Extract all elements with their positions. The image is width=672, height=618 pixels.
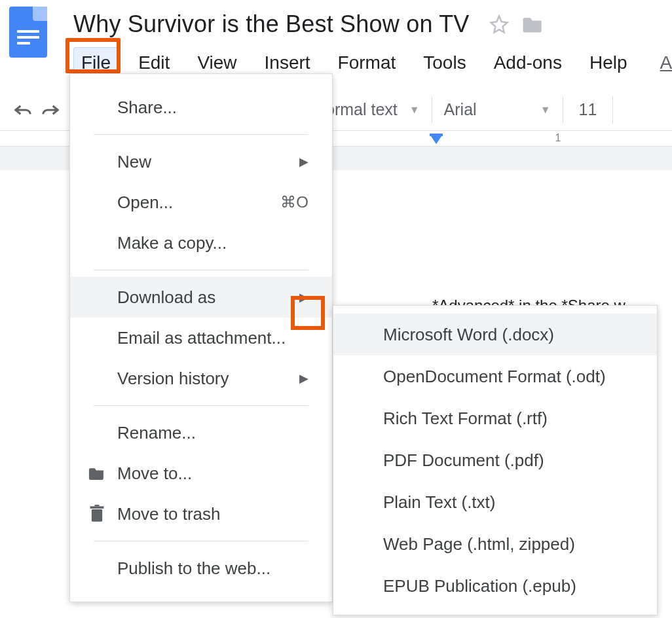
menu-item-label: Share... — [117, 98, 177, 118]
indent-marker-icon[interactable] — [429, 134, 443, 145]
submenu-item-pdf[interactable]: PDF Document (.pdf) — [333, 439, 657, 481]
svg-rect-2 — [90, 506, 104, 509]
folder-icon — [87, 466, 107, 481]
menu-item-label: Version history — [117, 369, 229, 389]
menu-item-label: Move to trash — [117, 504, 221, 524]
document-title[interactable]: Why Survivor is the Best Show on TV — [73, 10, 470, 38]
move-folder-icon[interactable] — [522, 15, 544, 33]
menu-item-publish[interactable]: Publish to the web... — [70, 548, 332, 589]
menu-item-move-to-trash[interactable]: Move to trash — [70, 494, 332, 534]
separator — [94, 405, 308, 406]
menu-item-label: Plain Text (.txt) — [383, 492, 495, 513]
docs-logo-icon[interactable] — [9, 7, 47, 58]
svg-rect-1 — [92, 509, 102, 522]
file-menu-dropdown: Share... New ▶ Open... ⌘O Make a copy...… — [69, 73, 333, 602]
document-title-row: Why Survivor is the Best Show on TV — [73, 10, 672, 38]
chevron-down-icon: ▼ — [409, 104, 420, 116]
undo-button[interactable] — [9, 102, 37, 118]
submenu-item-odt[interactable]: OpenDocument Format (.odt) — [333, 355, 657, 397]
menu-item-label: Download as — [117, 287, 215, 308]
chevron-right-icon: ▶ — [299, 154, 308, 169]
redo-button[interactable] — [37, 102, 64, 118]
menu-item-label: Microsoft Word (.docx) — [383, 325, 554, 345]
menu-tools[interactable]: Tools — [415, 47, 474, 79]
saved-status-link[interactable]: All chang — [660, 52, 672, 73]
font-size-value: 11 — [579, 100, 597, 119]
menu-item-version-history[interactable]: Version history ▶ — [70, 358, 332, 399]
menu-item-new[interactable]: New ▶ — [70, 141, 332, 182]
paragraph-style-label: ormal text — [326, 100, 398, 119]
keyboard-shortcut: ⌘O — [280, 193, 308, 211]
menu-item-label: Web Page (.html, zipped) — [383, 534, 575, 554]
menu-item-move-to[interactable]: Move to... — [70, 453, 332, 494]
submenu-item-html[interactable]: Web Page (.html, zipped) — [333, 523, 657, 565]
separator — [94, 541, 308, 541]
chevron-right-icon: ▶ — [299, 290, 308, 304]
download-as-submenu: Microsoft Word (.docx) OpenDocument Form… — [333, 305, 658, 615]
menu-item-label: Rename... — [117, 423, 196, 443]
chevron-down-icon: ▼ — [540, 104, 551, 116]
svg-rect-3 — [95, 505, 100, 506]
menu-item-label: Move to... — [117, 464, 192, 484]
menu-item-label: New — [117, 152, 151, 172]
submenu-item-rtf[interactable]: Rich Text Format (.rtf) — [333, 397, 657, 439]
submenu-item-docx[interactable]: Microsoft Word (.docx) — [333, 314, 657, 355]
chevron-right-icon: ▶ — [299, 371, 308, 386]
menu-item-download-as[interactable]: Download as ▶ — [70, 277, 332, 318]
font-label: Arial — [444, 100, 477, 119]
title-bar: Why Survivor is the Best Show on TV File… — [0, 0, 672, 79]
menu-item-share[interactable]: Share... — [70, 87, 332, 128]
menu-help[interactable]: Help — [582, 47, 635, 79]
menu-addons[interactable]: Add-ons — [486, 47, 570, 79]
menu-item-label: Rich Text Format (.rtf) — [383, 409, 548, 429]
font-select[interactable]: Arial ▼ — [432, 96, 563, 124]
separator — [94, 270, 308, 270]
submenu-item-epub[interactable]: EPUB Publication (.epub) — [333, 565, 657, 607]
trash-icon — [87, 505, 107, 523]
star-icon[interactable] — [489, 14, 509, 34]
separator — [94, 134, 308, 135]
svg-rect-0 — [430, 134, 443, 136]
menu-item-rename[interactable]: Rename... — [70, 412, 332, 453]
google-docs-window: Why Survivor is the Best Show on TV File… — [0, 0, 672, 618]
ruler-number: 1 — [555, 132, 561, 144]
menu-item-open[interactable]: Open... ⌘O — [70, 182, 332, 223]
menu-item-label: Email as attachment... — [117, 328, 286, 348]
menu-item-email-attachment[interactable]: Email as attachment... — [70, 318, 332, 358]
menu-item-label: EPUB Publication (.epub) — [383, 576, 576, 596]
menu-item-label: Open... — [117, 192, 173, 213]
font-size-input[interactable]: 11 — [563, 96, 614, 124]
submenu-item-txt[interactable]: Plain Text (.txt) — [333, 481, 657, 523]
menu-item-label: PDF Document (.pdf) — [383, 450, 544, 471]
menu-item-make-copy[interactable]: Make a copy... — [70, 223, 332, 263]
menu-format[interactable]: Format — [330, 47, 404, 79]
menu-item-label: OpenDocument Format (.odt) — [383, 367, 606, 387]
menu-item-label: Publish to the web... — [117, 558, 271, 579]
menu-item-label: Make a copy... — [117, 233, 227, 253]
